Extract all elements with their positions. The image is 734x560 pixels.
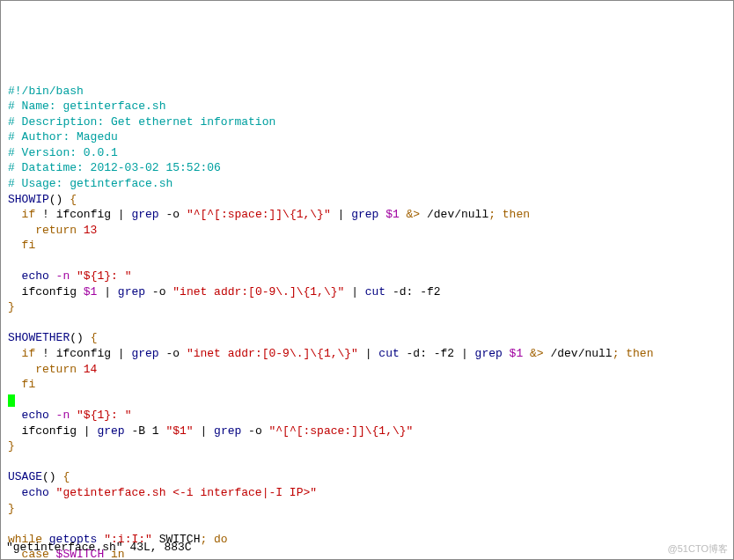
comment-line: # Usage: getinterface.sh [8,177,172,190]
keyword-fi: fi [8,239,35,252]
comment-line: #!/bin/bash [8,85,84,98]
comment-line: # Version: 0.0.1 [8,146,118,159]
comment-line: # Description: Get ethernet information [8,115,275,129]
cursor-icon [8,394,15,407]
vim-status-line: "getinterface.sh" 43L, 883C [6,540,192,556]
comment-line: # Datatime: 2012-03-02 15:52:06 [8,161,221,174]
string: "^[^[:space:]]\{1,\}" [187,208,331,221]
comment-line: # Name: getinterface.sh [8,99,165,113]
func-name: SHOWIP [8,193,49,206]
comment-line: # Author: Magedu [8,130,118,144]
func-name: SHOWETHER [8,331,70,344]
keyword-if: if [8,208,35,221]
keyword-return: return [8,224,77,237]
cmd-echo: echo [8,269,49,283]
func-name: USAGE [8,470,42,483]
watermark: @51CTO博客 [668,542,728,556]
code-editor: #!/bin/bash # Name: getinterface.sh # De… [3,64,731,560]
